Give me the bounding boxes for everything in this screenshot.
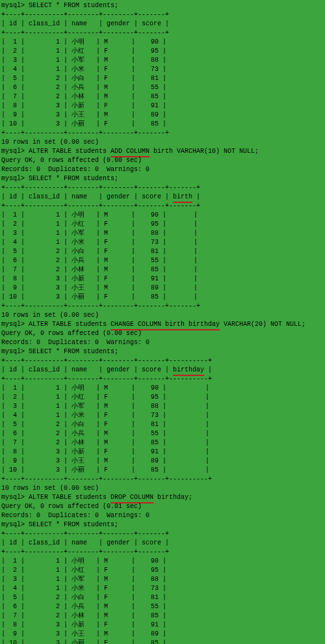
result-footer: 10 rows in set (0.00 sec) — [0, 484, 325, 493]
table-row: | 3 | 1 | 小军 | M | 88 | — [0, 575, 325, 584]
prompt-line[interactable]: mysql> ALTER TABLE students CHANGE COLUM… — [0, 320, 325, 329]
table-row: | 4 | 1 | 小米 | F | 73 | | — [0, 411, 325, 420]
table-row: | 4 | 1 | 小米 | F | 73 | — [0, 584, 325, 593]
prompt-line[interactable]: mysql> ALTER TABLE students DROP COLUMN … — [0, 493, 325, 502]
table-row: | 9 | 3 | 小王 | M | 89 | — [0, 630, 325, 639]
query-records: Records: 0 Duplicates: 0 Warnings: 0 — [0, 165, 325, 174]
table-sep: +----+----------+--------+--------+-----… — [0, 202, 325, 211]
table-row: | 8 | 3 | 小新 | F | 91 | — [0, 621, 325, 630]
table-sep: +----+----------+--------+--------+-----… — [0, 29, 325, 38]
query-ok: Query OK, 0 rows affected (0.00 sec) — [0, 329, 325, 338]
table-row: | 2 | 1 | 小红 | F | 95 | | — [0, 393, 325, 402]
table-row: | 7 | 2 | 小林 | M | 85 | — [0, 92, 325, 101]
table-row: | 9 | 3 | 小王 | M | 89 | | — [0, 457, 325, 466]
table-sep: +----+----------+--------+--------+-----… — [0, 375, 325, 384]
prompt-line[interactable]: mysql> ALTER TABLE students ADD COLUMN b… — [0, 147, 325, 156]
table-row: | 7 | 2 | 小林 | M | 85 | | — [0, 265, 325, 275]
table-row: | 2 | 1 | 小红 | F | 95 | — [0, 47, 325, 56]
table-row: | 2 | 1 | 小红 | F | 95 | — [0, 566, 325, 575]
table-row: | 6 | 2 | 小兵 | M | 55 | — [0, 602, 325, 611]
table-row: | 2 | 1 | 小红 | F | 95 | | — [0, 220, 325, 229]
table-row: | 3 | 1 | 小军 | M | 88 | | — [0, 402, 325, 411]
table-row: | 10 | 3 | 小丽 | F | 85 | | — [0, 293, 325, 302]
table-row: | 9 | 3 | 小王 | M | 89 | | — [0, 284, 325, 293]
table-sep: +----+----------+--------+--------+-----… — [0, 302, 325, 311]
query-ok: Query OK, 0 rows affected (0.00 sec) — [0, 156, 325, 165]
table-row: | 1 | 1 | 小明 | M | 90 | | — [0, 211, 325, 220]
terminal-output: mysql> SELECT * FROM students;+----+----… — [0, 1, 325, 644]
table-row: | 6 | 2 | 小兵 | M | 55 | — [0, 83, 325, 92]
query-records: Records: 0 Duplicates: 0 Warnings: 0 — [0, 511, 325, 520]
table-row: | 3 | 1 | 小军 | M | 88 | — [0, 56, 325, 65]
table-row: | 5 | 2 | 小白 | F | 81 | — [0, 74, 325, 83]
table-row: | 7 | 2 | 小林 | M | 85 | | — [0, 438, 325, 448]
table-sep: +----+----------+--------+--------+-----… — [0, 530, 325, 539]
table-sep: +----+----------+--------+--------+-----… — [0, 183, 325, 193]
table-row: | 9 | 3 | 小王 | M | 89 | — [0, 111, 325, 120]
table-header: | id | class_id | name | gender | score … — [0, 539, 325, 548]
table-row: | 7 | 2 | 小林 | M | 85 | — [0, 611, 325, 621]
table-header: | id | class_id | name | gender | score … — [0, 193, 325, 202]
table-sep: +----+----------+--------+--------+-----… — [0, 356, 325, 366]
table-row: | 8 | 3 | 小新 | F | 91 | | — [0, 448, 325, 457]
table-row: | 5 | 2 | 小白 | F | 81 | | — [0, 420, 325, 429]
table-row: | 5 | 2 | 小白 | F | 81 | — [0, 593, 325, 602]
table-sep: +----+----------+--------+--------+-----… — [0, 475, 325, 484]
table-row: | 8 | 3 | 小新 | F | 91 | — [0, 101, 325, 111]
query-records: Records: 0 Duplicates: 0 Warnings: 0 — [0, 338, 325, 347]
table-sep: +----+----------+--------+--------+-----… — [0, 548, 325, 557]
table-row: | 1 | 1 | 小明 | M | 90 | | — [0, 384, 325, 393]
table-row: | 8 | 3 | 小新 | F | 91 | | — [0, 275, 325, 284]
table-row: | 4 | 1 | 小米 | F | 73 | — [0, 65, 325, 74]
result-footer: 10 rows in set (0.00 sec) — [0, 311, 325, 320]
table-header: | id | class_id | name | gender | score … — [0, 20, 325, 29]
table-row: | 10 | 3 | 小丽 | F | 85 | | — [0, 466, 325, 475]
prompt-line[interactable]: mysql> SELECT * FROM students; — [0, 347, 325, 356]
prompt-line[interactable]: mysql> SELECT * FROM students; — [0, 174, 325, 183]
table-sep: +----+----------+--------+--------+-----… — [0, 129, 325, 138]
table-row: | 1 | 1 | 小明 | M | 90 | — [0, 557, 325, 566]
table-row: | 6 | 2 | 小兵 | M | 55 | | — [0, 429, 325, 438]
table-row: | 6 | 2 | 小兵 | M | 55 | | — [0, 256, 325, 265]
table-row: | 3 | 1 | 小军 | M | 88 | | — [0, 229, 325, 238]
result-footer: 10 rows in set (0.00 sec) — [0, 138, 325, 147]
table-row: | 10 | 3 | 小丽 | F | 85 | — [0, 639, 325, 644]
table-row: | 4 | 1 | 小米 | F | 73 | | — [0, 238, 325, 247]
table-row: | 5 | 2 | 小白 | F | 81 | | — [0, 247, 325, 256]
table-sep: +----+----------+--------+--------+-----… — [0, 10, 325, 20]
prompt-line[interactable]: mysql> SELECT * FROM students; — [0, 1, 325, 10]
table-row: | 10 | 3 | 小丽 | F | 85 | — [0, 120, 325, 129]
query-ok: Query OK, 0 rows affected (0.01 sec) — [0, 502, 325, 511]
table-row: | 1 | 1 | 小明 | M | 90 | — [0, 38, 325, 47]
prompt-line[interactable]: mysql> SELECT * FROM students; — [0, 520, 325, 530]
table-header: | id | class_id | name | gender | score … — [0, 366, 325, 375]
